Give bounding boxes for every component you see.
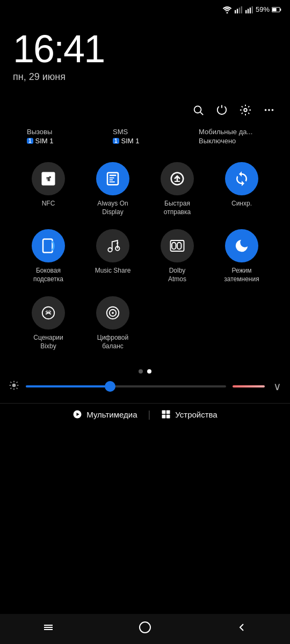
- svg-rect-47: [162, 415, 166, 419]
- toggle-dolby[interactable]: DolbyAtmos: [145, 224, 209, 291]
- data-status: Выключено: [199, 137, 236, 145]
- nfc-circle: [32, 162, 65, 195]
- svg-rect-29: [177, 243, 182, 250]
- dot-1[interactable]: [139, 369, 143, 374]
- network-row: Вызовы 1 SIM 1 SMS 1 SIM 1 Мобильные да.…: [11, 128, 279, 157]
- toggle-quick-share[interactable]: Быстраяотправка: [145, 157, 209, 224]
- toggle-night[interactable]: Режимзатемнения: [209, 224, 274, 291]
- svg-point-25: [108, 248, 112, 252]
- clock-area: 16:41 пн, 29 июня: [0, 13, 290, 88]
- wifi-icon: [222, 6, 232, 13]
- power-icon[interactable]: [216, 104, 228, 119]
- svg-rect-4: [241, 6, 242, 13]
- edge-label: Боковаяподсветка: [33, 267, 63, 283]
- calls-sim: SIM 1: [35, 137, 54, 145]
- quick-panel-header: [11, 104, 279, 128]
- expand-button[interactable]: ∨: [273, 380, 281, 393]
- svg-point-12: [194, 106, 201, 113]
- dot-2[interactable]: [147, 369, 151, 374]
- svg-point-34: [12, 383, 16, 387]
- media-divider: |: [148, 409, 151, 420]
- music-share-circle: [96, 229, 129, 262]
- toggle-nfc[interactable]: NFC: [16, 157, 81, 224]
- always-on-label: Always OnDisplay: [97, 200, 128, 216]
- media-button[interactable]: Мультимедиа: [73, 409, 137, 419]
- svg-rect-48: [166, 415, 170, 419]
- nav-bar: [0, 614, 290, 644]
- svg-rect-2: [237, 9, 238, 13]
- svg-line-13: [200, 112, 203, 115]
- svg-rect-45: [162, 411, 166, 414]
- svg-rect-46: [166, 411, 170, 414]
- sms-label: SMS: [113, 128, 128, 136]
- bixby-label: СценарииBixby: [33, 334, 63, 350]
- more-icon[interactable]: [263, 104, 275, 119]
- svg-rect-11: [280, 8, 281, 10]
- network-sms[interactable]: SMS 1 SIM 1: [113, 128, 177, 146]
- network-data[interactable]: Мобильные да... Выключено: [199, 128, 263, 146]
- brightness-row: ∨: [0, 380, 290, 393]
- media-row: Мультимедиа | Устройства: [0, 403, 290, 428]
- svg-rect-10: [272, 8, 277, 11]
- svg-rect-19: [110, 175, 117, 177]
- sync-label: Синхр.: [231, 200, 252, 208]
- data-label: Мобильные да...: [199, 128, 252, 136]
- svg-line-39: [11, 382, 12, 383]
- svg-rect-8: [252, 6, 253, 13]
- svg-rect-22: [110, 181, 115, 182]
- svg-point-15: [265, 109, 267, 111]
- battery-icon: [272, 6, 281, 13]
- svg-point-33: [112, 312, 114, 314]
- clock-time: 16:41: [13, 30, 277, 68]
- toggle-grid: NFC Always OnDisplay: [11, 157, 279, 358]
- digital-balance-circle: [96, 296, 129, 330]
- svg-line-41: [17, 382, 18, 383]
- svg-rect-24: [43, 239, 53, 253]
- svg-rect-18: [107, 173, 118, 185]
- digital-balance-label: Цифровойбаланс: [97, 334, 128, 350]
- sync-circle: [225, 162, 258, 195]
- brightness-icon: [9, 380, 19, 393]
- svg-point-14: [244, 108, 247, 112]
- devices-button[interactable]: Устройства: [161, 409, 217, 419]
- svg-point-17: [272, 109, 274, 111]
- signal-icon-2: [245, 6, 253, 13]
- quick-share-label: Быстраяотправка: [164, 200, 191, 216]
- always-on-circle: [96, 162, 129, 195]
- svg-point-16: [268, 109, 270, 111]
- svg-line-40: [17, 387, 18, 389]
- bixby-circle: [32, 296, 65, 330]
- toggle-bixby[interactable]: СценарииBixby: [16, 291, 81, 358]
- svg-rect-21: [110, 179, 113, 180]
- clock-date: пн, 29 июня: [13, 71, 277, 83]
- quick-panel: Вызовы 1 SIM 1 SMS 1 SIM 1 Мобильные да.…: [0, 88, 290, 358]
- svg-rect-20: [110, 178, 114, 179]
- svg-rect-5: [245, 10, 247, 13]
- edge-circle: [32, 229, 65, 262]
- signal-icon-1: [234, 6, 243, 13]
- toggle-always-on[interactable]: Always OnDisplay: [81, 157, 145, 224]
- toggle-music-share[interactable]: Music Share: [81, 224, 145, 291]
- night-circle: [225, 229, 258, 262]
- recent-apps-button[interactable]: [42, 621, 55, 637]
- brightness-fill: [26, 385, 110, 387]
- svg-rect-7: [250, 8, 251, 13]
- home-button[interactable]: [139, 621, 151, 637]
- status-bar: 59%: [0, 0, 290, 13]
- dolby-label: DolbyAtmos: [168, 267, 186, 283]
- svg-rect-6: [248, 9, 249, 13]
- search-icon[interactable]: [192, 104, 204, 119]
- brightness-thumb[interactable]: [105, 381, 115, 392]
- svg-line-42: [11, 387, 12, 389]
- settings-icon[interactable]: [240, 104, 251, 119]
- back-button[interactable]: [235, 621, 248, 637]
- auto-brightness-indicator: [233, 385, 265, 387]
- toggle-digital-balance[interactable]: Цифровойбаланс: [81, 291, 145, 358]
- media-label: Мультимедиа: [86, 410, 137, 419]
- brightness-slider[interactable]: [26, 385, 226, 387]
- battery-indicator: 59%: [256, 5, 270, 13]
- toggle-sync[interactable]: Синхр.: [209, 157, 274, 224]
- sms-sim: SIM 1: [121, 137, 140, 145]
- network-calls[interactable]: Вызовы 1 SIM 1: [27, 128, 91, 146]
- toggle-edge[interactable]: Боковаяподсветка: [16, 224, 81, 291]
